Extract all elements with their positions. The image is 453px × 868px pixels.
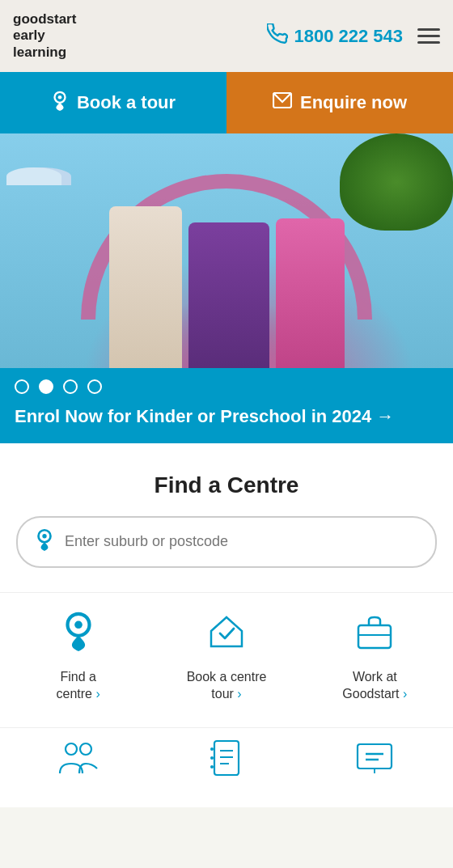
svg-rect-18 [358, 744, 392, 768]
slide-dot-1[interactable] [15, 379, 29, 394]
book-tour-label: Book a centretour › [187, 668, 267, 703]
person-1 [109, 206, 182, 368]
svg-point-6 [74, 620, 83, 629]
find-centre-title: Find a Centre [16, 472, 437, 498]
svg-point-15 [210, 747, 214, 751]
svg-point-9 [66, 743, 77, 755]
work-label: Work atGoodstart › [342, 668, 407, 703]
book-tour-icon [205, 609, 248, 658]
resources-link[interactable] [305, 736, 445, 783]
slide-dots [15, 379, 438, 394]
hero-bottom-bar: Enrol Now for Kinder or Preschool in 202… [0, 368, 453, 443]
find-centre-icon [57, 609, 100, 658]
search-location-icon [34, 527, 55, 557]
location-pin-icon [51, 90, 69, 116]
search-input[interactable] [65, 533, 419, 550]
svg-point-17 [210, 765, 214, 768]
search-box[interactable] [16, 516, 437, 568]
book-tour-button[interactable]: Book a tour [0, 72, 226, 133]
book-tour-label: Book a tour [77, 92, 176, 113]
svg-point-10 [80, 743, 91, 755]
logo-line1: goodstart [13, 11, 76, 28]
resources-icon [353, 736, 396, 783]
families-icon [57, 736, 100, 783]
enquire-now-button[interactable]: Enquire now [226, 72, 453, 133]
svg-point-1 [58, 95, 62, 100]
site-header: goodstart early learning 1800 222 543 [0, 0, 453, 72]
menu-button[interactable] [417, 28, 440, 44]
svg-rect-7 [358, 625, 391, 648]
phone-number: 1800 222 543 [294, 26, 403, 47]
person-3 [276, 218, 345, 368]
slide-dot-2[interactable] [39, 379, 53, 394]
hero-section [0, 133, 453, 368]
quick-link-work[interactable]: Work atGoodstart › [305, 609, 445, 703]
quick-link-book-tour[interactable]: Book a centretour › [156, 609, 296, 703]
hero-banner-label: Enrol Now for Kinder or Preschool in 202… [15, 405, 371, 429]
hero-banner-text[interactable]: Enrol Now for Kinder or Preschool in 202… [15, 405, 438, 443]
quick-links-grid: Find acentre › Book a centretour › Work … [0, 592, 453, 727]
header-actions: 1800 222 543 [267, 23, 440, 49]
find-centre-label: Find acentre › [57, 668, 100, 703]
logo: goodstart early learning [13, 11, 76, 61]
logo-line3: learning [13, 44, 76, 61]
hero-image [0, 182, 453, 368]
svg-point-4 [42, 534, 46, 538]
bottom-icons-row [0, 727, 453, 807]
slide-dot-4[interactable] [87, 379, 102, 394]
work-icon [353, 609, 396, 658]
contact-icon [205, 736, 248, 783]
person-2 [188, 222, 269, 368]
phone-link[interactable]: 1800 222 543 [267, 23, 403, 49]
svg-point-16 [210, 756, 214, 760]
find-centre-section: Find a Centre [0, 443, 453, 592]
quick-link-find-centre[interactable]: Find acentre › [8, 609, 148, 703]
contact-link[interactable] [156, 736, 296, 783]
hero-banner-arrow: → [376, 405, 394, 429]
slide-dot-3[interactable] [63, 379, 78, 394]
enquire-now-label: Enquire now [300, 92, 407, 113]
phone-icon [267, 23, 288, 49]
envelope-icon [273, 92, 292, 113]
cta-bar: Book a tour Enquire now [0, 72, 453, 133]
logo-line2: early [13, 28, 76, 44]
families-link[interactable] [8, 736, 148, 783]
